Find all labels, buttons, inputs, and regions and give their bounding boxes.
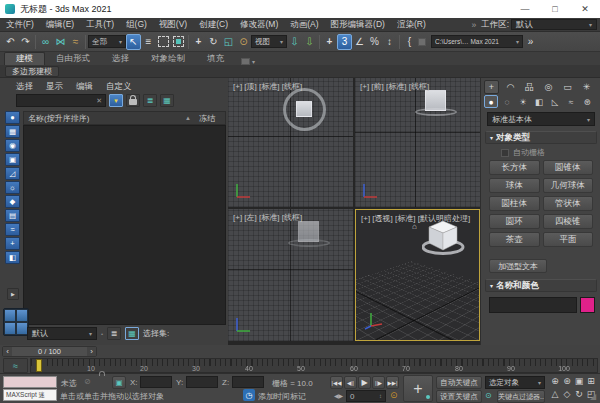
- menu-edit[interactable]: 编辑(E): [40, 19, 80, 31]
- unlink-icon[interactable]: ⋈: [53, 34, 68, 50]
- geosphere-button[interactable]: 几何球体: [543, 178, 594, 193]
- object-color-swatch[interactable]: [580, 297, 595, 313]
- viewcube-home-icon[interactable]: ⌂: [412, 222, 417, 231]
- go-to-start-icon[interactable]: |◀◀: [330, 376, 343, 389]
- isolate-toggle-icon[interactable]: ≣: [107, 327, 121, 340]
- sphere-button[interactable]: 球体: [489, 178, 540, 193]
- ribbon-tab-populate[interactable]: 填充: [196, 52, 235, 65]
- menu-overflow-icon[interactable]: »: [471, 20, 476, 30]
- snap-pin-icon[interactable]: ⇩: [302, 34, 317, 50]
- collapse-panel-icon[interactable]: ▶: [7, 288, 19, 300]
- explorer-menu-edit[interactable]: 编辑: [76, 81, 93, 93]
- spinner-icon[interactable]: ↕: [379, 393, 382, 399]
- set-keys-button[interactable]: +: [403, 375, 433, 402]
- viewport-top-label[interactable]: [+] [顶] [标准] [线框]: [233, 81, 302, 92]
- subtab-lights-icon[interactable]: ☀: [516, 95, 530, 108]
- cylinder-button[interactable]: 圆柱体: [489, 196, 540, 211]
- box-button[interactable]: 长方体: [489, 160, 540, 175]
- search-input[interactable]: ✕: [16, 94, 106, 107]
- spinner-snap-icon[interactable]: ↕: [382, 34, 397, 50]
- snap-toggle-icon[interactable]: 3: [337, 34, 352, 50]
- mirror-icon[interactable]: [417, 34, 427, 50]
- current-frame-field[interactable]: 0 ↕: [346, 390, 386, 402]
- search-filter-icon[interactable]: ▼: [109, 94, 123, 107]
- absolute-offset-toggle-icon[interactable]: ▣: [112, 376, 126, 389]
- zoom-icon[interactable]: ⊕: [549, 375, 561, 387]
- menu-graph-editors[interactable]: 图形编辑器(D): [325, 19, 391, 31]
- menu-animation[interactable]: 动画(A): [284, 19, 324, 31]
- zoom-extents-all-icon[interactable]: ⊞: [585, 375, 597, 387]
- add-time-tag-label[interactable]: 添加时间标记: [258, 391, 306, 402]
- maximize-button[interactable]: □: [540, 0, 570, 18]
- preset-dropdown[interactable]: 默认 ▾: [27, 327, 97, 340]
- tab-motion-icon[interactable]: ◎: [541, 80, 556, 94]
- ribbon-tab-freeform[interactable]: 自由形式: [45, 52, 101, 65]
- prev-frame-icon[interactable]: ‹: [3, 347, 12, 356]
- explorer-filter-icon[interactable]: ●: [5, 111, 20, 124]
- explorer-filter-icon[interactable]: ▤: [5, 209, 20, 222]
- orbit-icon[interactable]: ↻: [573, 388, 585, 400]
- viewport-perspective[interactable]: [+] [透视] [标准] [默认明暗处理] ⌂: [355, 209, 480, 341]
- tab-create-icon[interactable]: +: [484, 80, 499, 94]
- explorer-filter-icon[interactable]: ☼: [5, 181, 20, 194]
- zoom-all-icon[interactable]: ⊛: [561, 375, 573, 387]
- teapot-button[interactable]: 茶壶: [489, 232, 540, 247]
- selection-set-icon[interactable]: ▦: [125, 327, 139, 340]
- explorer-filter-icon[interactable]: ▦: [5, 125, 20, 138]
- percent-snap-icon[interactable]: %: [367, 34, 382, 50]
- cone-button[interactable]: 圆锥体: [543, 160, 594, 175]
- maxscript-listener-input[interactable]: MAXScript 迷: [3, 389, 57, 401]
- key-target-dropdown[interactable]: 选定对象 ▾: [485, 376, 545, 389]
- explorer-filter-icon[interactable]: ◉: [5, 139, 20, 152]
- viewport-left[interactable]: [+] [左] [标准] [线框]: [228, 209, 353, 341]
- toolbar-overflow-icon[interactable]: »: [523, 34, 538, 50]
- object-type-rollout[interactable]: ▾ 对象类型: [485, 131, 597, 144]
- tube-button[interactable]: 管状体: [543, 196, 594, 211]
- explorer-filter-icon[interactable]: ▣: [5, 153, 20, 166]
- frame-step-icons[interactable]: ◀▶: [334, 392, 343, 399]
- resize-grip-icon[interactable]: ◢: [590, 392, 596, 401]
- y-coordinate-field[interactable]: [186, 376, 218, 388]
- redo-icon[interactable]: ↷: [18, 34, 33, 50]
- window-crossing-icon[interactable]: [173, 36, 184, 47]
- reference-coord-dropdown[interactable]: 视图 ▾: [251, 35, 287, 48]
- explorer-filter-icon[interactable]: ◆: [5, 195, 20, 208]
- select-link-icon[interactable]: ∞: [38, 34, 53, 50]
- ribbon-tab-modeling[interactable]: 建模: [4, 52, 45, 65]
- explorer-menu-select[interactable]: 选择: [16, 81, 33, 93]
- selection-filter-dropdown[interactable]: 全部 ▾: [88, 35, 126, 48]
- subtab-shapes-icon[interactable]: ◌: [500, 95, 514, 108]
- menu-tools[interactable]: 工具(T): [80, 19, 120, 31]
- ribbon-config-icon[interactable]: ▾: [241, 58, 255, 65]
- zoom-extents-icon[interactable]: ▣: [573, 375, 585, 387]
- explorer-menu-customize[interactable]: 自定义: [106, 81, 132, 93]
- explorer-filter-icon[interactable]: ◿: [5, 167, 20, 180]
- select-place-icon[interactable]: +: [322, 34, 337, 50]
- tab-hierarchy-icon[interactable]: 品: [522, 80, 537, 94]
- key-filter-icon[interactable]: ⊙: [485, 391, 492, 400]
- menu-file[interactable]: 文件(F): [0, 19, 40, 31]
- category-dropdown[interactable]: 标准基本体 ▾: [487, 112, 595, 126]
- menu-rendering[interactable]: 渲染(R): [391, 19, 432, 31]
- play-icon[interactable]: ▶: [358, 376, 371, 389]
- previous-frame-icon[interactable]: ◀||: [344, 376, 357, 389]
- explorer-column-header[interactable]: 名称(按升序排序) ▲ 冻结: [23, 111, 226, 125]
- subtab-cameras-icon[interactable]: ◧: [532, 95, 546, 108]
- minimize-button[interactable]: —: [510, 0, 540, 18]
- subtab-spacewarps-icon[interactable]: ≈: [564, 95, 578, 108]
- select-rotate-icon[interactable]: ↻: [206, 34, 221, 50]
- next-frame-icon[interactable]: ›: [87, 347, 96, 356]
- viewport-layout-icon[interactable]: [3, 308, 29, 336]
- expand-tree-icon[interactable]: ≣: [143, 94, 157, 107]
- explorer-menu-display[interactable]: 显示: [46, 81, 63, 93]
- tab-display-icon[interactable]: ▭: [560, 80, 575, 94]
- select-object-icon[interactable]: ↖: [126, 34, 141, 50]
- explorer-object-list[interactable]: [23, 125, 226, 325]
- time-tag-icon[interactable]: ◷: [243, 389, 255, 401]
- object-name-input[interactable]: [489, 297, 577, 313]
- tab-modify-icon[interactable]: ◠: [503, 80, 518, 94]
- search-clear-icon[interactable]: ✕: [96, 97, 102, 105]
- z-coordinate-field[interactable]: [232, 376, 264, 388]
- explorer-filter-icon[interactable]: ≈: [5, 223, 20, 236]
- maxscript-listener-pink[interactable]: [3, 376, 57, 388]
